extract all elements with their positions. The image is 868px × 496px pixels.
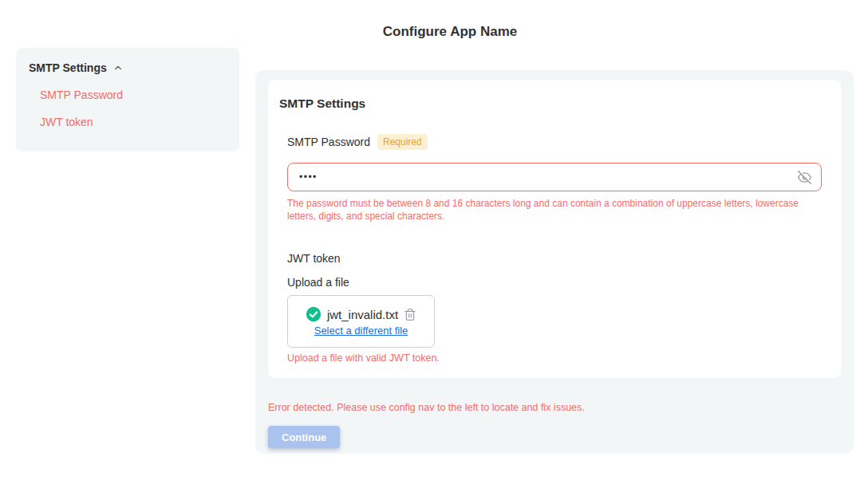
sidebar-group-smtp-settings[interactable]: SMTP Settings [29, 61, 227, 74]
sidebar-item-jwt-token[interactable]: JWT token [29, 116, 227, 128]
configure-app-page: Configure App Name SMTP Settings SMTP Pa… [0, 0, 868, 496]
card-heading: SMTP Settings [279, 96, 822, 111]
form-error-message: Error detected. Please use config nav to… [268, 402, 841, 413]
continue-button[interactable]: Continue [268, 426, 340, 448]
jwt-token-section: JWT token Upload a file jwt_invalid.txt … [287, 252, 822, 364]
uploaded-file-name: jwt_invalid.txt [327, 308, 398, 321]
smtp-password-label-row: SMTP Password Required [287, 134, 822, 150]
page-title: Configure App Name [0, 24, 868, 40]
file-upload-box: jwt_invalid.txt Select a different file [287, 295, 435, 348]
password-helper-text: The password must be between 8 and 16 ch… [287, 197, 822, 222]
eye-off-icon[interactable] [798, 170, 812, 184]
password-input-wrap [287, 163, 822, 191]
select-different-file-link[interactable]: Select a different file [314, 325, 408, 337]
config-nav-sidebar: SMTP Settings SMTP Password JWT token [16, 48, 239, 152]
trash-icon[interactable] [404, 308, 416, 321]
required-badge: Required [377, 134, 428, 150]
uploaded-file-row: jwt_invalid.txt [306, 306, 416, 322]
jwt-error-text: Upload a file with valid JWT token. [287, 352, 822, 364]
config-panel: SMTP Settings SMTP Password Required The… [255, 70, 854, 454]
smtp-settings-card: SMTP Settings SMTP Password Required The… [268, 80, 841, 378]
smtp-password-label: SMTP Password [287, 136, 370, 148]
sidebar-item-smtp-password[interactable]: SMTP Password [29, 89, 227, 101]
chevron-up-icon [112, 62, 124, 73]
sidebar-group-label: SMTP Settings [29, 61, 107, 74]
check-circle-icon [306, 306, 322, 322]
jwt-token-label: JWT token [287, 252, 822, 265]
upload-file-label: Upload a file [287, 276, 822, 289]
smtp-password-input[interactable] [287, 163, 822, 191]
